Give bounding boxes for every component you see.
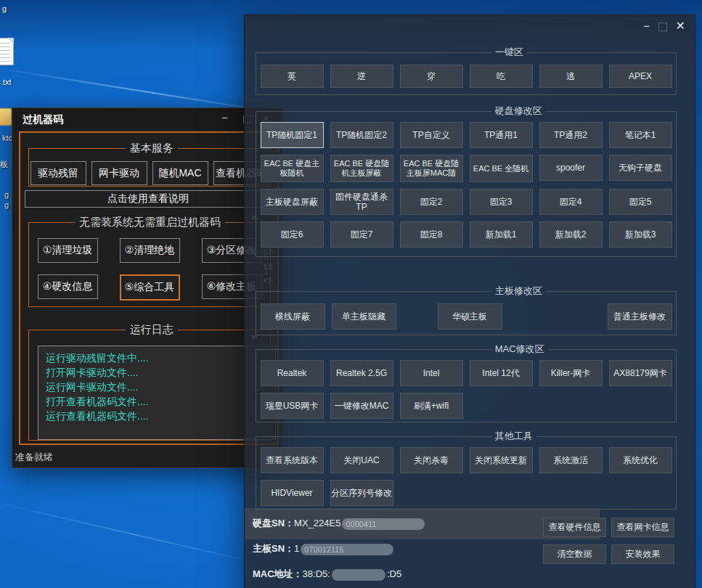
fixed4-button[interactable]: 固定4 xyxy=(539,189,603,215)
realtek-button[interactable]: Realtek xyxy=(261,360,324,386)
combined-tools-button[interactable]: ⑤综合工具 xyxy=(120,274,180,301)
tp-general1-button[interactable]: TP通用1 xyxy=(470,122,533,148)
desktop-icon-label[interactable]: g xyxy=(4,190,9,199)
fixed2-button[interactable]: 固定2 xyxy=(400,189,463,215)
realtek-25g-button[interactable]: Realtek 2.5G xyxy=(330,360,393,386)
disable-uac-button[interactable]: 关闭UAC xyxy=(330,447,393,473)
game-tao-button[interactable]: 逃 xyxy=(539,65,603,88)
normal-board-modify-button[interactable]: 普通主板修改 xyxy=(608,303,672,330)
disable-update-button[interactable]: 关闭系统更新 xyxy=(470,447,533,473)
group-board-title: 主板修改区 xyxy=(491,285,546,298)
hdd-sn-row: 硬盘SN：MX_224E50000411 xyxy=(253,518,426,530)
mac-address-label: MAC地址： xyxy=(253,568,303,579)
game-ying-button[interactable]: 英 xyxy=(261,65,324,88)
one-key-mac-button[interactable]: 一键修改MAC xyxy=(330,393,393,419)
group-mac-title: MAC修改区 xyxy=(491,343,548,356)
view-hardware-info-button[interactable]: 查看硬件信息 xyxy=(543,518,606,537)
eac-be-disk-board-random-button[interactable]: EAC BE 硬盘主板随机 xyxy=(261,155,324,182)
close-icon[interactable]: ✕ xyxy=(676,19,685,33)
eac-be-all-random-button[interactable]: EAC BE 全随机 xyxy=(470,155,533,182)
window-title: 过机器码 xyxy=(23,113,63,126)
no-reinstall-buttons: ①清理垃圾 ②清理绝地 ③分区修改 ④硬改信息 ⑤综合工具 ⑥修改主板 xyxy=(29,238,270,301)
nic-driver-button[interactable]: 网卡驱动 xyxy=(91,161,147,185)
usage-help-button[interactable]: 点击使用查看说明 xyxy=(25,190,272,208)
tools-row-2: HIDViewer 分区序列号修改 xyxy=(256,480,676,506)
group-one-key-title: 一键区 xyxy=(491,46,527,59)
screen: g .txt kto 板 g g 过机器码 − ✕ 基本服务 驱动残留 网卡驱动… xyxy=(0,0,702,588)
desktop-icon-label[interactable]: g xyxy=(4,200,9,209)
log-line: 运行驱动残留文件中.... xyxy=(46,351,268,365)
desktop-icon-label[interactable]: 板 xyxy=(0,159,8,170)
text-file-lines xyxy=(0,43,10,62)
hline-hide-button[interactable]: 横线屏蔽 xyxy=(261,303,325,330)
asus-board-button[interactable]: 华硕主板 xyxy=(438,303,502,330)
mac-address-value: 38:D5: xyxy=(303,568,330,579)
single-board-hide-button[interactable]: 单主板隐藏 xyxy=(332,303,396,330)
view-nic-info-button[interactable]: 查看网卡信息 xyxy=(611,518,674,537)
game-chuan-button[interactable]: 穿 xyxy=(400,65,463,88)
group-no-reinstall-title: 无需装系统无需重启过机器码 xyxy=(75,216,225,229)
game-chi-button[interactable]: 吃 xyxy=(470,65,533,88)
clean-pubg-button[interactable]: ②清理绝地 xyxy=(120,238,180,263)
board-row: 横线屏蔽 单主板隐藏 华硕主板 普通主板修改 xyxy=(261,303,672,330)
newload2-button[interactable]: 新加载2 xyxy=(539,221,603,248)
realtek-usb-nic-button[interactable]: 瑞昱USB网卡 xyxy=(261,393,324,419)
mac-row-2: 瑞昱USB网卡 一键修改MAC 刷满+wifi xyxy=(256,393,676,419)
install-effect-button[interactable]: 安装效果 xyxy=(611,544,674,564)
desktop-icon-label[interactable]: g xyxy=(2,4,7,13)
basic-buttons-row: 驱动残留 网卡驱动 随机MAC 查看机器码 xyxy=(29,161,270,185)
driver-residue-button[interactable]: 驱动残留 xyxy=(30,161,86,185)
fixed8-button[interactable]: 固定8 xyxy=(400,221,463,248)
board-disk-hide-button[interactable]: 主板硬盘屏蔽 xyxy=(261,189,324,215)
newload3-button[interactable]: 新加载3 xyxy=(609,221,672,248)
random-mac-button[interactable]: 随机MAC xyxy=(152,161,208,185)
minimize-icon[interactable]: − xyxy=(643,20,650,32)
clear-data-button[interactable]: 清空数据 xyxy=(543,544,606,564)
fixed6-button[interactable]: 固定6 xyxy=(261,221,324,248)
text-file-icon[interactable] xyxy=(0,38,14,65)
tp-random-fixed2-button[interactable]: TP随机固定2 xyxy=(330,122,393,148)
eac-be-disk-random-board-hide-button[interactable]: EAC BE 硬盘随机主板屏蔽 xyxy=(330,155,393,182)
ax88179-nic-button[interactable]: AX88179网卡 xyxy=(609,360,672,386)
no-hook-disk-button[interactable]: 无钩子硬盘 xyxy=(609,155,672,181)
machine-code-titlebar[interactable]: 过机器码 − ✕ xyxy=(12,108,282,130)
disable-antivirus-button[interactable]: 关闭杀毒 xyxy=(400,447,463,473)
spoofer-button[interactable]: spoofer xyxy=(539,155,603,181)
game-apex-button[interactable]: APEX xyxy=(609,65,672,88)
firmware-disk-tp-button[interactable]: 固件硬盘通杀TP xyxy=(330,189,393,215)
optimize-system-button[interactable]: 系统优化 xyxy=(609,447,672,473)
clean-junk-button[interactable]: ①清理垃圾 xyxy=(38,238,98,263)
log-line: 打开网卡驱动文件.... xyxy=(46,365,268,380)
tp-general2-button[interactable]: TP通用2 xyxy=(539,122,603,148)
partition-serial-modify-button[interactable]: 分区序列号修改 xyxy=(330,480,393,506)
fixed7-button[interactable]: 固定7 xyxy=(330,221,393,248)
view-os-version-button[interactable]: 查看系统版本 xyxy=(261,447,324,473)
folder-icon[interactable] xyxy=(0,108,12,126)
activate-system-button[interactable]: 系统激活 xyxy=(539,447,603,473)
minimize-icon[interactable]: − xyxy=(221,112,227,123)
desktop-icon-label-txt[interactable]: .txt xyxy=(1,78,12,86)
run-log-listbox[interactable]: 运行驱动残留文件中.... 打开网卡驱动文件.... 运行网卡驱动文件.... … xyxy=(38,346,276,440)
hdd-sn-redaction: 0000411 xyxy=(342,518,425,530)
intel-button[interactable]: Intel xyxy=(400,360,463,386)
intel-12gen-button[interactable]: Intel 12代 xyxy=(470,360,533,386)
newload1-button[interactable]: 新加载1 xyxy=(470,221,533,248)
board-sn-value: 1 xyxy=(294,543,299,554)
group-run-log: 运行日志 运行驱动残留文件中.... 打开网卡驱动文件.... 运行网卡驱动文件… xyxy=(28,323,271,441)
killer-nic-button[interactable]: Killer-网卡 xyxy=(539,360,603,386)
maximize-icon[interactable] xyxy=(658,23,667,31)
eac-be-disk-board-mac-random-button[interactable]: EAC BE 硬盘随主板屏MAC随 xyxy=(400,155,463,182)
tp-random-fixed1-button[interactable]: TP随机固定1 xyxy=(261,122,324,148)
log-line: 打开查看机器码文件.... xyxy=(46,394,268,409)
mac-address-value-end: :D5 xyxy=(387,568,401,579)
fixed3-button[interactable]: 固定3 xyxy=(470,189,533,215)
tp-custom-button[interactable]: TP自定义 xyxy=(400,122,463,148)
hidviewer-button[interactable]: HIDViewer xyxy=(261,480,324,506)
modifier-tool-window: − ✕ 一键区 英 逆 穿 吃 逃 APEX 硬盘修改区 TP随机固定1 TP随… xyxy=(244,15,695,588)
hard-modify-info-button[interactable]: ④硬改信息 xyxy=(38,274,98,299)
laptop1-button[interactable]: 笔记本1 xyxy=(609,122,672,148)
fixed5-button[interactable]: 固定5 xyxy=(609,189,672,215)
disk-row-4: 固定6 固定7 固定8 新加载1 新加载2 新加载3 xyxy=(256,221,676,248)
flush-wifi-button[interactable]: 刷满+wifi xyxy=(400,393,463,419)
game-ni-button[interactable]: 逆 xyxy=(330,65,393,88)
